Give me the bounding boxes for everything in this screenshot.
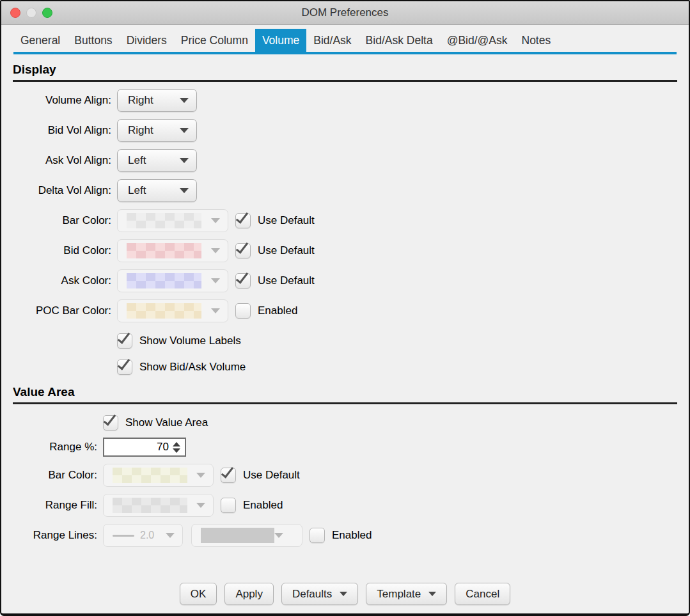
range-fill-label: Range Fill: [13,499,97,512]
tab-bid-ask-delta[interactable]: Bid/Ask Delta [359,29,440,52]
range-percent-label: Range %: [13,441,97,454]
bid-color-row: Bid Color: Use Default [13,239,677,262]
va-bar-color-select[interactable] [103,464,214,487]
bar-color-label: Bar Color: [13,214,111,227]
step-up-icon [173,442,180,446]
range-lines-color-swatch [201,528,274,543]
line-width-icon [113,535,134,537]
ask-color-select[interactable] [117,269,228,292]
section-divider [13,80,677,82]
range-percent-stepper[interactable] [173,442,180,453]
value-area-section-heading: Value Area [13,385,677,399]
poc-bar-color-select[interactable] [117,299,228,322]
va-bar-color-row: Bar Color: Use Default [13,464,677,487]
cancel-button[interactable]: Cancel [455,583,510,605]
bid-vol-align-label: Bid Vol Align: [13,124,111,137]
minimize-button-icon[interactable] [26,8,36,18]
range-fill-swatch [113,498,187,513]
footer-button-bar: OK Apply Defaults Template Cancel [13,583,677,613]
tab-at-bid-at-ask[interactable]: @Bid/@Ask [440,29,515,52]
delta-vol-align-row: Delta Vol Align: Left [13,179,677,202]
poc-bar-color-swatch [127,303,201,319]
bar-color-use-default-label: Use Default [258,214,315,227]
va-bar-color-use-default-checkbox[interactable] [221,468,236,483]
range-lines-color-select[interactable] [191,524,302,547]
chevron-down-icon [428,592,436,596]
chevron-down-icon [211,218,220,223]
volume-align-label: Volume Align: [13,94,111,107]
chevron-down-icon [180,128,189,133]
range-lines-row: Range Lines: 2.0 Enabled [13,524,677,547]
checkmark-icon [236,270,248,283]
chevron-down-icon [166,533,175,538]
delta-vol-align-label: Delta Vol Align: [13,184,111,197]
chevron-down-icon [180,98,189,103]
range-fill-enabled-checkbox[interactable] [221,498,236,513]
range-lines-label: Range Lines: [13,529,97,542]
template-button[interactable]: Template [366,583,447,605]
tabs: General Buttons Dividers Price Column Vo… [13,29,677,54]
tab-bid-ask[interactable]: Bid/Ask [306,29,358,52]
checkmark-icon [236,210,248,223]
bid-color-select[interactable] [117,239,228,262]
tab-price-column[interactable]: Price Column [174,29,255,52]
chevron-down-icon [211,248,220,253]
chevron-down-icon [180,188,189,193]
range-lines-width-select[interactable]: 2.0 [103,524,183,547]
bid-vol-align-select[interactable]: Right [117,119,197,142]
chevron-down-icon [340,592,347,596]
show-value-area-checkbox[interactable] [103,415,118,430]
apply-button[interactable]: Apply [224,583,274,605]
defaults-button[interactable]: Defaults [281,583,358,605]
ok-button[interactable]: OK [180,583,217,605]
poc-bar-color-enabled-checkbox[interactable] [235,303,251,319]
tab-volume[interactable]: Volume [255,29,306,52]
traffic-lights [10,8,52,18]
range-fill-row: Range Fill: Enabled [13,494,677,517]
volume-align-select[interactable]: Right [117,89,197,112]
line-width-value: 2.0 [140,530,166,541]
zoom-button-icon[interactable] [42,8,52,18]
bid-vol-align-row: Bid Vol Align: Right [13,119,677,142]
delta-vol-align-select[interactable]: Left [117,179,197,202]
ask-color-swatch [127,273,201,288]
tab-strip: General Buttons Dividers Price Column Vo… [1,25,689,54]
bid-color-use-default-checkbox[interactable] [235,243,251,258]
range-lines-enabled-checkbox[interactable] [310,528,325,543]
checkmark-icon [236,240,248,253]
ask-color-use-default-checkbox[interactable] [235,273,251,288]
ask-vol-align-label: Ask Vol Align: [13,154,111,167]
ask-color-row: Ask Color: Use Default [13,269,677,292]
checkmark-icon [118,356,130,370]
show-bid-ask-volume-checkbox[interactable] [117,359,132,375]
poc-bar-color-label: POC Bar Color: [13,304,111,317]
ask-vol-align-select[interactable]: Left [117,149,197,172]
bar-color-row: Bar Color: Use Default [13,209,677,232]
bar-color-use-default-checkbox[interactable] [235,213,251,228]
tab-dividers[interactable]: Dividers [120,29,174,52]
tab-buttons[interactable]: Buttons [67,29,119,52]
close-button-icon[interactable] [10,8,20,18]
bid-color-swatch [127,243,201,258]
bid-color-label: Bid Color: [13,244,111,257]
va-bar-color-use-default-label: Use Default [243,469,300,482]
range-percent-input[interactable] [104,441,173,454]
chevron-down-icon [196,503,205,508]
chevron-down-icon [211,308,220,313]
va-bar-color-label: Bar Color: [13,469,97,482]
show-volume-labels-label: Show Volume Labels [139,335,241,347]
show-value-area-label: Show Value Area [125,416,208,429]
va-bar-color-swatch [113,468,187,483]
tab-notes[interactable]: Notes [515,29,558,52]
display-section-heading: Display [13,63,677,77]
show-volume-labels-checkbox[interactable] [117,333,132,349]
title-bar: DOM Preferences [1,1,689,25]
tab-general[interactable]: General [13,29,67,52]
range-fill-select[interactable] [103,494,214,517]
poc-bar-color-enabled-label: Enabled [258,304,297,317]
checkmark-icon [104,412,116,425]
poc-bar-color-row: POC Bar Color: Enabled [13,299,677,322]
bar-color-select[interactable] [117,209,228,232]
tab-panel-volume: Display Volume Align: Right Bid Vol Alig… [1,54,689,613]
show-bid-ask-volume-label: Show Bid/Ask Volume [139,361,246,374]
